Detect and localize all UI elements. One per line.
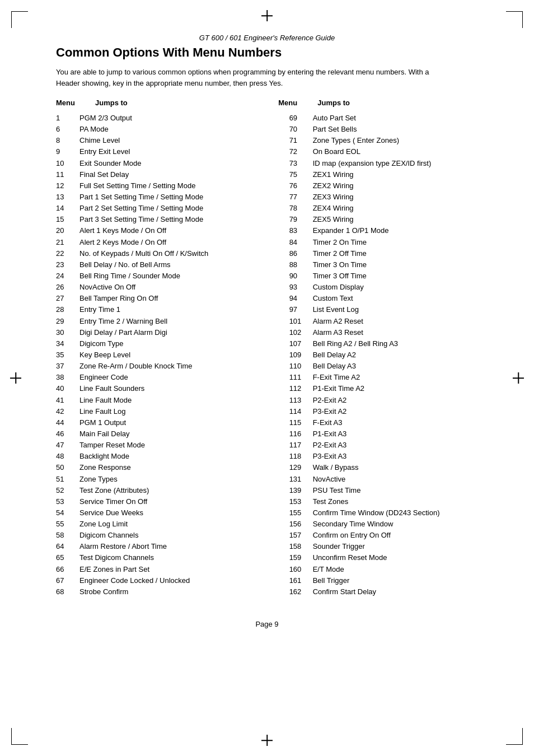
menu-number: 8 — [56, 135, 79, 146]
menu-description: Final Set Delay — [79, 169, 129, 180]
intro-text: You are able to jump to various common o… — [56, 67, 448, 88]
menu-description: Timer 2 Off Time — [313, 248, 367, 259]
menu-number: 107 — [289, 338, 313, 349]
header-title: GT 600 / 601 Engineer's Reference Guide — [56, 34, 478, 42]
list-item: 24Bell Ring Time / Sounder Mode — [56, 270, 245, 282]
menu-description: Key Beep Level — [79, 349, 130, 361]
left-col-header: Menu Jumps to — [56, 99, 256, 107]
list-item: 67Engineer Code Locked / Unlocked — [56, 575, 245, 586]
menu-number: 79 — [289, 214, 313, 225]
menu-description: Zone Re-Arm / Double Knock Time — [79, 361, 193, 372]
page-title: Common Options With Menu Numbers — [56, 45, 478, 60]
menu-description: ZEX3 Wiring — [313, 192, 354, 203]
menu-number: 155 — [289, 507, 313, 519]
menu-description: Digicom Channels — [79, 530, 139, 541]
menu-number: 156 — [289, 519, 313, 530]
menu-number: 22 — [56, 248, 79, 259]
menu-number: 24 — [56, 270, 79, 282]
list-item: 113P2-Exit A2 — [289, 395, 478, 406]
menu-description: P2-Exit A2 — [313, 395, 347, 406]
menu-number: 131 — [289, 474, 313, 485]
menu-number: 69 — [289, 113, 313, 124]
list-item: 75ZEX1 Wiring — [289, 169, 478, 180]
menu-number: 94 — [289, 293, 313, 304]
menu-description: P3-Exit A3 — [313, 451, 347, 462]
list-item: 102Alarm A3 Reset — [289, 327, 478, 338]
list-item: 117P2-Exit A3 — [289, 440, 478, 451]
menu-number: 76 — [289, 180, 313, 192]
menu-number: 47 — [56, 440, 79, 451]
menu-number: 27 — [56, 293, 79, 304]
corner-mark-tl — [11, 11, 28, 28]
menu-number: 34 — [56, 338, 79, 349]
list-item: 109Bell Delay A2 — [289, 349, 478, 361]
list-item: 90Timer 3 Off Time — [289, 270, 478, 282]
list-item: 93Custom Display — [289, 282, 478, 293]
menu-number: 35 — [56, 349, 79, 361]
menu-description: Bell Ring Time / Sounder Mode — [79, 270, 180, 282]
list-item: 88Timer 3 On Time — [289, 259, 478, 270]
menu-number: 116 — [289, 428, 313, 440]
menu-description: Chime Level — [79, 135, 120, 146]
menu-number: 53 — [56, 496, 79, 507]
menu-number: 23 — [56, 259, 79, 270]
menu-description: P1-Exit Time A2 — [313, 383, 364, 394]
corner-mark-bl — [11, 728, 28, 745]
list-item: 155Confirm Time Window (DD243 Section) — [289, 507, 478, 519]
menu-number: 117 — [289, 440, 313, 451]
crosshair-top — [261, 10, 273, 21]
menu-number: 1 — [56, 113, 79, 124]
list-item: 159Unconfirm Reset Mode — [289, 552, 478, 563]
menu-number: 64 — [56, 541, 79, 552]
page-number: Page 9 — [255, 620, 278, 628]
menu-number: 102 — [289, 327, 313, 338]
list-item: 21Alert 2 Keys Mode / On Off — [56, 237, 245, 248]
list-item: 77ZEX3 Wiring — [289, 192, 478, 203]
list-item: 70Part Set Bells — [289, 124, 478, 135]
menu-number: 20 — [56, 225, 79, 236]
menu-number: 21 — [56, 237, 79, 248]
list-item: 101Alarm A2 Reset — [289, 316, 478, 327]
list-item: 111F-Exit Time A2 — [289, 372, 478, 383]
menu-description: Custom Text — [313, 293, 353, 304]
list-item: 46Main Fail Delay — [56, 428, 245, 440]
list-item: 116P1-Exit A3 — [289, 428, 478, 440]
page-container: GT 600 / 601 Engineer's Reference Guide … — [0, 0, 534, 756]
list-item: 54Service Due Weeks — [56, 507, 245, 519]
menu-number: 112 — [289, 383, 313, 394]
list-item: 6PA Mode — [56, 124, 245, 135]
menu-description: PSU Test Time — [313, 485, 361, 496]
crosshair-left — [10, 372, 21, 384]
list-item: 48Backlight Mode — [56, 451, 245, 462]
menu-description: ID map (expansion type ZEX/ID first) — [313, 158, 432, 169]
list-item: 58Digicom Channels — [56, 530, 245, 541]
menu-number: 55 — [56, 519, 79, 530]
menu-number: 15 — [56, 214, 79, 225]
menu-number: 88 — [289, 259, 313, 270]
menu-number: 67 — [56, 575, 79, 586]
list-item: 47Tamper Reset Mode — [56, 440, 245, 451]
list-item: 55Zone Log Limit — [56, 519, 245, 530]
menu-number: 153 — [289, 496, 313, 507]
menu-description: Alert 2 Keys Mode / On Off — [79, 237, 166, 248]
list-item: 15Part 3 Set Setting Time / Setting Mode — [56, 214, 245, 225]
menu-description: Confirm Start Delay — [313, 586, 376, 598]
menu-description: P1-Exit A3 — [313, 428, 347, 440]
menu-description: Auto Part Set — [313, 113, 356, 124]
menu-description: Test Zones — [313, 496, 349, 507]
menu-description: Test Digicom Channels — [79, 552, 154, 563]
menu-description: Strobe Confirm — [79, 586, 128, 598]
list-item: 12Full Set Setting Time / Setting Mode — [56, 180, 245, 192]
right-col-header: Menu Jumps to — [278, 99, 478, 107]
menu-description: ZEX4 Wiring — [313, 203, 354, 214]
menu-number: 58 — [56, 530, 79, 541]
menu-description: Alert 1 Keys Mode / On Off — [79, 225, 166, 236]
menu-number: 48 — [56, 451, 79, 462]
menu-description: Alarm A2 Reset — [313, 316, 363, 327]
list-item: 115F-Exit A3 — [289, 417, 478, 428]
list-item: 11Final Set Delay — [56, 169, 245, 180]
list-item: 23Bell Delay / No. of Bell Arms — [56, 259, 245, 270]
list-item: 35Key Beep Level — [56, 349, 245, 361]
menu-description: Zone Response — [79, 462, 131, 473]
menu-number: 37 — [56, 361, 79, 372]
